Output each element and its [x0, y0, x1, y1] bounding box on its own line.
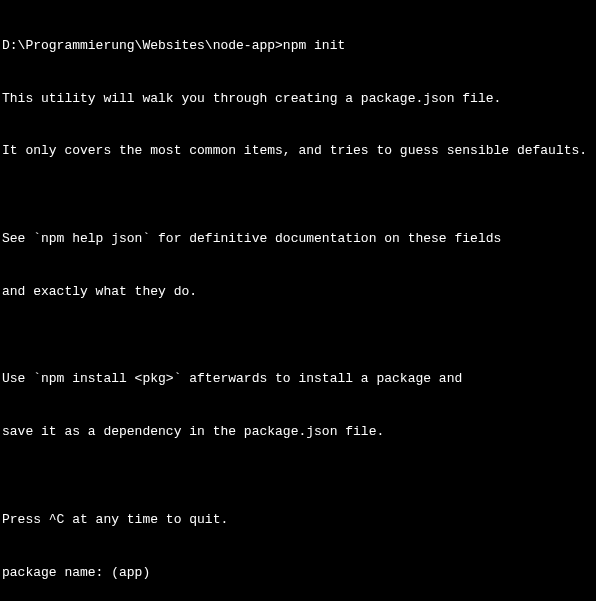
prompt-package-name: package name: (app)	[2, 564, 594, 582]
output-line: It only covers the most common items, an…	[2, 142, 594, 160]
command-text: npm init	[283, 38, 345, 53]
output-line: save it as a dependency in the package.j…	[2, 423, 594, 441]
output-line: and exactly what they do.	[2, 283, 594, 301]
prompt-separator: >	[275, 38, 283, 53]
output-line: Press ^C at any time to quit.	[2, 511, 594, 529]
prompt-path: D:\Programmierung\Websites\node-app	[2, 38, 275, 53]
prompt-line: D:\Programmierung\Websites\node-app>npm …	[2, 37, 594, 55]
output-line: Use `npm install <pkg>` afterwards to in…	[2, 370, 594, 388]
output-line: This utility will walk you through creat…	[2, 90, 594, 108]
terminal-output[interactable]: D:\Programmierung\Websites\node-app>npm …	[0, 0, 596, 601]
output-line: See `npm help json` for definitive docum…	[2, 230, 594, 248]
